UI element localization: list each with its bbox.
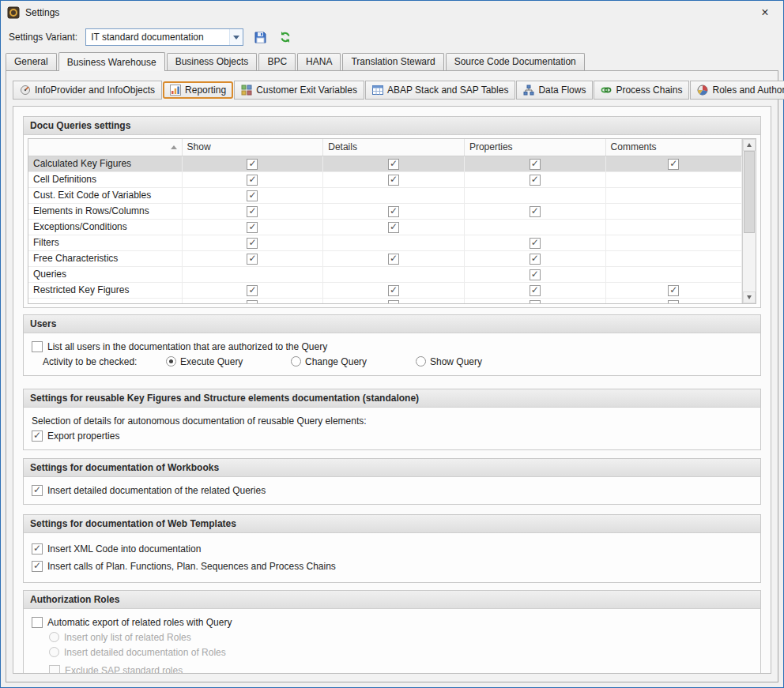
subtab-process-chains[interactable]: Process Chains	[594, 81, 689, 100]
table-row[interactable]: Calculated Key Figures	[28, 156, 742, 171]
show-checkbox[interactable]	[247, 222, 258, 233]
table-row[interactable]: Exceptions/Conditions	[28, 219, 742, 235]
group-header: Settings for reusable Key Figures and St…	[24, 389, 760, 408]
show-query-radio[interactable]	[416, 356, 426, 367]
scroll-up-button[interactable]	[743, 139, 756, 151]
insert-role-list-radio[interactable]	[49, 632, 59, 642]
export-properties-checkbox[interactable]	[32, 430, 43, 442]
execute-query-radio[interactable]	[166, 356, 176, 367]
subtab-roles-and-authorizations[interactable]: Roles and Authorizations	[690, 81, 784, 100]
subtab-infoprovider-and-infoobjects[interactable]: InfoProvider and InfoObjects	[13, 81, 162, 100]
properties-checkbox[interactable]	[530, 175, 541, 186]
exclude-sap-roles-checkbox[interactable]	[49, 665, 60, 675]
column-header-details[interactable]: Details	[323, 139, 465, 156]
scroll-down-icon	[747, 295, 752, 299]
properties-checkbox[interactable]	[530, 285, 541, 296]
table-row[interactable]: Queries	[28, 266, 742, 282]
users-group: Users List all users in the documentatio…	[23, 314, 761, 376]
radio-change-query[interactable]: Change Query	[291, 356, 411, 367]
row-label: Elements in Rows/Columns	[28, 203, 182, 219]
titlebar: Settings ×	[1, 1, 783, 24]
column-header-properties[interactable]: Properties	[464, 139, 605, 156]
tab-translation-steward[interactable]: Translation Steward	[342, 53, 443, 70]
details-checkbox[interactable]	[388, 206, 399, 217]
tab-source-code-documentation[interactable]: Source Code Documentation	[446, 53, 585, 70]
show-checkbox[interactable]	[247, 190, 258, 201]
docu-table-body: Calculated Key FiguresCell DefinitionsCu…	[28, 156, 742, 303]
properties-checkbox[interactable]	[530, 269, 541, 280]
scroll-track[interactable]	[743, 151, 756, 291]
subtab-reporting[interactable]: Reporting	[163, 81, 233, 99]
vertical-scrollbar[interactable]	[742, 139, 756, 303]
column-header-name[interactable]	[28, 139, 182, 156]
show-checkbox[interactable]	[247, 238, 258, 249]
tab-hana[interactable]: HANA	[297, 53, 341, 70]
app-icon	[7, 6, 20, 19]
table-row[interactable]: Elements in Rows/Columns	[28, 203, 742, 219]
details-checkbox[interactable]	[388, 222, 399, 233]
scroll-down-button[interactable]	[743, 291, 756, 303]
show-checkbox[interactable]	[247, 206, 258, 217]
column-header-comments[interactable]: Comments	[605, 139, 741, 156]
show-checkbox[interactable]	[247, 175, 258, 186]
properties-checkbox[interactable]	[530, 238, 541, 249]
refresh-variant-button[interactable]	[277, 28, 294, 46]
scroll-thumb[interactable]	[744, 151, 755, 233]
export-properties-row: Export properties	[32, 430, 752, 442]
reusable-description-row: Selection of details for autonomous docu…	[32, 415, 752, 427]
table-row[interactable]: Restricted Key Figures	[28, 282, 742, 298]
table-row[interactable]: Filters	[28, 235, 742, 250]
show-checkbox[interactable]	[247, 285, 258, 296]
table-row[interactable]: Cust. Exit Code of Variables	[28, 187, 742, 203]
settings-dialog: Settings × Settings Variant: IT standard…	[0, 0, 784, 688]
execute-query-label: Execute Query	[180, 356, 243, 367]
insert-role-list-label: Insert only list of related Roles	[64, 632, 191, 643]
activity-label: Activity to be checked:	[43, 356, 161, 367]
settings-variant-combobox[interactable]: IT standard documentation	[85, 28, 243, 46]
window-title: Settings	[25, 7, 59, 18]
details-checkbox[interactable]	[388, 285, 399, 296]
show-checkbox	[247, 300, 258, 303]
details-checkbox[interactable]	[388, 159, 399, 170]
close-button[interactable]: ×	[752, 2, 778, 24]
comments-checkbox[interactable]	[668, 159, 679, 170]
save-variant-button[interactable]	[251, 28, 269, 46]
tab-business-warehouse[interactable]: Business Warehouse	[58, 52, 165, 71]
auto-export-roles-checkbox[interactable]	[32, 617, 43, 628]
insert-calls-checkbox[interactable]	[32, 561, 43, 572]
group-header: Docu Queries settings	[24, 117, 760, 135]
abap-table-icon	[372, 85, 383, 96]
insert-detailed-docs-checkbox[interactable]	[32, 485, 43, 496]
subtab-label: Reporting	[185, 85, 226, 96]
group-header: Settings for documentation of Workbooks	[24, 459, 760, 477]
row-label: Filters	[28, 235, 182, 250]
details-checkbox[interactable]	[388, 175, 399, 186]
subtab-label: Process Chains	[616, 85, 682, 96]
properties-checkbox[interactable]	[530, 159, 541, 170]
dropdown-arrow-icon[interactable]	[229, 29, 243, 45]
insert-role-docs-radio[interactable]	[49, 647, 59, 657]
show-checkbox[interactable]	[247, 159, 258, 170]
details-checkbox[interactable]	[388, 254, 399, 265]
subtab-abap-stack-and-sap-tables[interactable]: ABAP Stack and SAP Tables	[365, 81, 515, 100]
table-row[interactable]: Free Characteristics	[28, 250, 742, 266]
insert-xml-checkbox[interactable]	[32, 543, 43, 555]
table-row[interactable]: Cell Definitions	[28, 171, 742, 187]
tab-general[interactable]: General	[6, 53, 57, 70]
workbooks-group: Settings for documentation of Workbooks …	[23, 458, 761, 505]
tab-business-objects[interactable]: Business Objects	[167, 53, 258, 70]
tab-bpc[interactable]: BPC	[258, 53, 296, 70]
radio-show-query[interactable]: Show Query	[416, 356, 482, 367]
properties-checkbox[interactable]	[530, 254, 541, 265]
web-templates-group: Settings for documentation of Web Templa…	[23, 514, 761, 583]
comments-checkbox[interactable]	[668, 285, 679, 296]
column-header-show[interactable]: Show	[182, 139, 323, 156]
change-query-radio[interactable]	[291, 356, 301, 367]
list-all-users-checkbox[interactable]	[32, 341, 43, 352]
subtab-customer-exit-variables[interactable]: Customer Exit Variables	[234, 81, 364, 100]
subtab-data-flows[interactable]: Data Flows	[516, 81, 593, 100]
properties-checkbox[interactable]	[530, 206, 541, 217]
show-checkbox[interactable]	[247, 254, 258, 265]
exclude-sap-roles-row: Exclude SAP standard roles	[49, 665, 752, 675]
radio-execute-query[interactable]: Execute Query	[166, 356, 286, 367]
